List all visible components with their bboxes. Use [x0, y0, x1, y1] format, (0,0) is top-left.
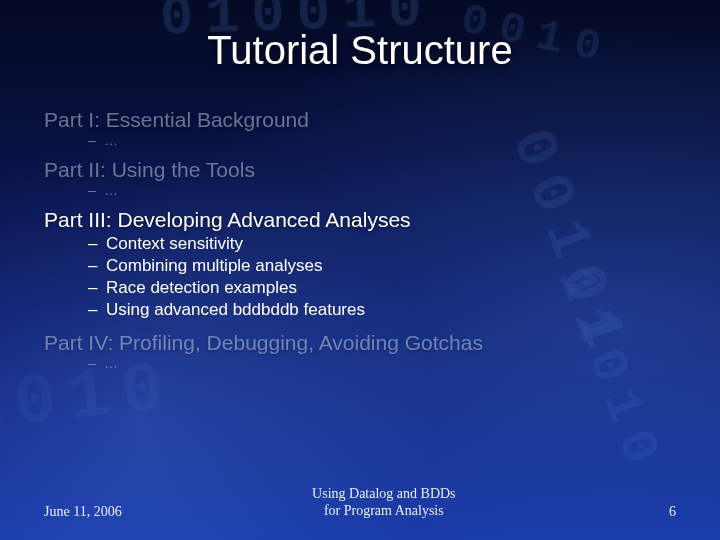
footer-date: June 11, 2006 — [44, 504, 122, 520]
part-item-text: Race detection examples — [106, 278, 297, 297]
part-item-text: … — [104, 355, 118, 371]
slide-body: Part I: Essential Background –… Part II:… — [44, 108, 690, 470]
slide-title: Tutorial Structure — [0, 28, 720, 73]
part-item: –Race detection examples — [88, 277, 690, 299]
part-item-text: Using advanced bddbddb features — [106, 300, 365, 319]
part-heading: Part I: Essential Background — [44, 108, 690, 132]
footer-title: Using Datalog and BDDs for Program Analy… — [122, 486, 646, 520]
part-item: –… — [88, 132, 690, 148]
part-item: –Using advanced bddbddb features — [88, 299, 690, 321]
part-item-text: Combining multiple analyses — [106, 256, 322, 275]
part-heading: Part II: Using the Tools — [44, 158, 690, 182]
part-item: –Context sensitivity — [88, 233, 690, 255]
part-heading: Part IV: Profiling, Debugging, Avoiding … — [44, 331, 690, 355]
part-item-text: Context sensitivity — [106, 234, 243, 253]
slide: 010010 0010 00101 11010 1010 Tutorial St… — [0, 0, 720, 540]
part-item: –… — [88, 355, 690, 371]
slide-footer: June 11, 2006 Using Datalog and BDDs for… — [44, 486, 676, 520]
part-item-text: … — [104, 132, 118, 148]
part-item-text: … — [104, 182, 118, 198]
footer-title-line1: Using Datalog and BDDs — [312, 486, 456, 501]
footer-page-number: 6 — [646, 504, 676, 520]
part-item: –… — [88, 182, 690, 198]
footer-title-line2: for Program Analysis — [324, 503, 444, 518]
part-heading: Part III: Developing Advanced Analyses — [44, 208, 690, 232]
part-item: –Combining multiple analyses — [88, 255, 690, 277]
